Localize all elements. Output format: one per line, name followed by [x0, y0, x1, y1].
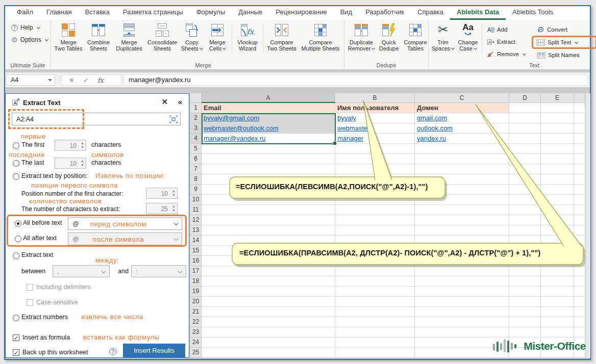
row-header-8[interactable]: 8 [190, 174, 202, 185]
column-header-E[interactable]: E [541, 93, 574, 103]
row-header-11[interactable]: 11 [190, 205, 202, 215]
cell[interactable] [415, 307, 509, 317]
cell[interactable] [335, 195, 415, 205]
cell[interactable] [574, 297, 585, 307]
cell[interactable] [574, 287, 585, 297]
row-header-1[interactable]: 1 [190, 103, 202, 113]
insert-results-button[interactable]: Insert Results [123, 344, 185, 357]
cell[interactable] [509, 225, 541, 236]
help-button[interactable]: ?Help [5, 21, 51, 34]
cell-link[interactable]: gmail.com [417, 114, 447, 122]
cell[interactable] [202, 297, 335, 307]
cell-link[interactable]: byvaly [337, 114, 356, 122]
cell[interactable] [541, 123, 574, 134]
cell[interactable] [202, 154, 335, 164]
cell[interactable]: Email [202, 103, 335, 113]
cell[interactable] [574, 195, 585, 205]
cell[interactable]: outlook.com [415, 123, 509, 134]
cell[interactable] [202, 276, 335, 287]
remove-button[interactable]: aRemove [484, 48, 529, 60]
cell[interactable] [202, 215, 335, 225]
cell-link[interactable]: webmaster [337, 124, 370, 132]
count-stepper[interactable]: 25▲▼ [146, 203, 178, 214]
tab-file[interactable]: Файл [10, 5, 40, 20]
cell[interactable] [335, 215, 415, 225]
select-range-icon[interactable] [169, 115, 178, 125]
cell[interactable] [574, 215, 585, 225]
cell[interactable] [509, 317, 541, 327]
cell[interactable] [202, 317, 335, 327]
cell[interactable] [415, 297, 509, 307]
cancel-icon[interactable]: ✕ [69, 76, 74, 84]
cell[interactable] [509, 113, 541, 123]
cell[interactable] [509, 297, 541, 307]
case-sensitive-checkbox[interactable] [27, 299, 33, 306]
cell[interactable] [574, 144, 585, 154]
add-button[interactable]: AAdd [484, 23, 529, 36]
cell[interactable]: byvaly@gmail.com [202, 113, 335, 123]
row-header-25[interactable]: 25 [190, 348, 202, 358]
row-header-6[interactable]: 6 [190, 154, 202, 164]
cell[interactable] [335, 236, 415, 246]
cell[interactable] [202, 287, 335, 297]
column-header-F[interactable] [574, 93, 585, 103]
cell[interactable] [415, 276, 509, 287]
cell[interactable] [335, 225, 415, 236]
cell[interactable] [541, 287, 574, 297]
row-header-22[interactable]: 22 [190, 317, 202, 327]
cell[interactable] [509, 185, 541, 195]
cell-link[interactable]: manager [337, 135, 363, 142]
collapse-icon[interactable]: « [178, 97, 182, 106]
tab-formulas[interactable]: Формулы [190, 5, 232, 20]
cell[interactable] [335, 327, 415, 337]
cell[interactable] [509, 134, 541, 144]
cell[interactable]: Имя пользователя [335, 103, 415, 113]
tab-ablebits-tools[interactable]: Ablebits Tools [506, 5, 560, 20]
cell[interactable] [574, 103, 585, 113]
cell[interactable] [541, 297, 574, 307]
cell[interactable] [415, 144, 509, 154]
cell[interactable] [202, 337, 335, 348]
cell[interactable] [202, 195, 335, 205]
name-box[interactable]: A4 [6, 74, 55, 86]
cell[interactable] [541, 154, 574, 164]
copy-sheets-button[interactable]: CopySheets [179, 21, 205, 61]
cell[interactable] [415, 164, 509, 174]
cell[interactable] [574, 164, 585, 174]
cell[interactable] [335, 317, 415, 327]
tab-insert[interactable]: Вставка [78, 5, 116, 20]
merge-duplicates-button[interactable]: MergeDuplicates [113, 21, 145, 61]
cell[interactable] [509, 266, 541, 276]
change-case-button[interactable]: Aa ChangeCase [456, 21, 480, 61]
cell[interactable] [415, 185, 509, 195]
help-circle-icon[interactable]: ? [109, 348, 116, 355]
before-text-combo[interactable]: @ перед символом [68, 217, 182, 230]
cell[interactable] [335, 287, 415, 297]
cell[interactable] [541, 246, 574, 256]
row-header-15[interactable]: 15 [190, 246, 202, 256]
cell[interactable] [509, 287, 541, 297]
cell-link[interactable]: byvaly@gmail.com [204, 114, 259, 122]
row-header-21[interactable]: 21 [190, 307, 202, 317]
between-combo[interactable]: . [53, 265, 110, 277]
row-header-4[interactable]: 4 [190, 134, 202, 144]
cell-link[interactable]: yandex.ru [417, 135, 446, 142]
cell[interactable] [335, 276, 415, 287]
cell[interactable]: yandex.ru [415, 134, 509, 144]
cell[interactable] [574, 327, 585, 337]
cell[interactable] [541, 317, 574, 327]
cell[interactable] [509, 205, 541, 215]
name-box-dropdown-icon[interactable] [48, 79, 52, 82]
cell-link[interactable]: manager@yandex.ru [204, 135, 266, 142]
row-header-17[interactable]: 17 [190, 266, 202, 276]
enter-icon[interactable]: ✓ [83, 76, 89, 84]
row-header-23[interactable]: 23 [190, 327, 202, 337]
extract-text-radio[interactable] [13, 252, 19, 259]
split-names-button[interactable]: Split Names [529, 49, 596, 61]
row-header-5[interactable]: 5 [190, 144, 202, 154]
cell[interactable] [574, 134, 585, 144]
vertical-scrollbar[interactable] [585, 93, 590, 358]
cell[interactable] [335, 297, 415, 307]
extract-numbers-radio[interactable] [13, 315, 19, 321]
cell[interactable]: webmaster@outlook.com [202, 123, 335, 134]
